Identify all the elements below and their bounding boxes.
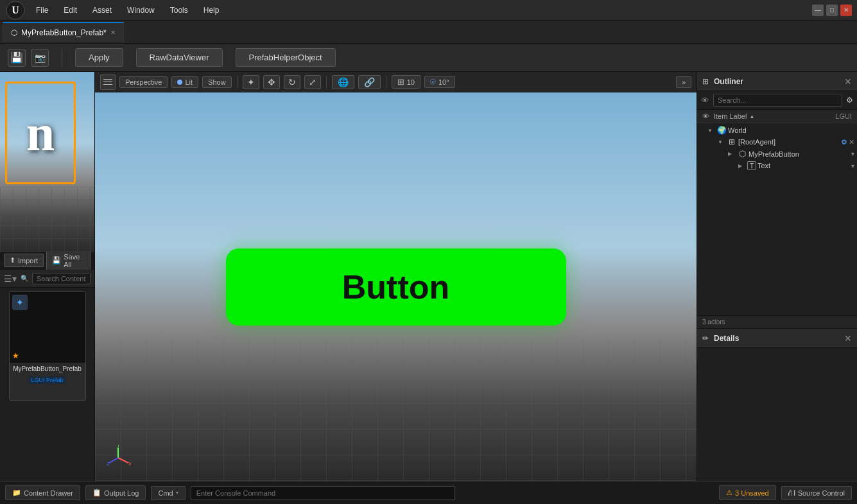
save-icon[interactable]: 💾 (8, 49, 26, 67)
outliner-eye-icon[interactable]: 👁 (701, 96, 709, 105)
viewport-menu-button[interactable] (100, 74, 116, 90)
eye-col-icon: 👁 (702, 112, 714, 120)
lit-button[interactable]: Lit (171, 76, 198, 88)
angle-icon: ⦾ (430, 78, 436, 86)
perspective-button[interactable]: Perspective (119, 76, 168, 88)
menu-window[interactable]: Window (121, 3, 161, 17)
menu-asset[interactable]: Asset (86, 3, 118, 17)
left-panel: n ⬆ Import 💾 Save All ☰▾ 🔍 (0, 72, 95, 481)
outliner-close-button[interactable]: ✕ (844, 76, 852, 87)
show-button[interactable]: Show (202, 76, 232, 88)
content-thumbnail: ✦ ★ Button (10, 292, 85, 363)
import-button[interactable]: ⬆ Import (4, 254, 44, 267)
svg-text:Y: Y (117, 445, 121, 448)
main-area: n ⬆ Import 💾 Save All ☰▾ 🔍 (0, 72, 857, 481)
world-arrow[interactable]: ▼ (707, 128, 715, 134)
rotate-tool[interactable]: ↻ (284, 75, 300, 89)
details-header: ✏ Details ✕ (697, 329, 857, 348)
toolbar-separator-1 (237, 76, 238, 89)
outliner-search-input[interactable] (713, 94, 842, 107)
output-log-button[interactable]: 📋 Output Log (85, 485, 146, 500)
unsaved-icon: ⚠ (726, 489, 732, 497)
hamburger-icon (103, 84, 112, 85)
menu-help[interactable]: Help (197, 3, 226, 17)
svg-text:U: U (12, 4, 19, 15)
expand-button[interactable]: » (676, 76, 691, 88)
scale-tool[interactable]: ⤢ (304, 75, 321, 89)
filter-icon[interactable]: ☰▾ (4, 274, 17, 284)
viewport-toolbar: Perspective Lit Show ✦ ✥ ↻ ⤢ 🌐 🔗 ⊞ 10 (95, 72, 697, 92)
tree-item-text[interactable]: ▶ T Text ▾ (697, 160, 857, 171)
content-drawer-label: Content Drawer (24, 489, 73, 497)
move-tool[interactable]: ✥ (263, 75, 280, 89)
lit-label: Lit (185, 78, 193, 86)
content-search-input[interactable] (32, 273, 91, 284)
svg-text:Z: Z (107, 461, 110, 467)
tab-close-icon[interactable]: ✕ (110, 29, 116, 36)
maximize-button[interactable]: □ (826, 4, 838, 16)
axis-widget: X Y Z (105, 445, 131, 471)
mini-viewport: n (0, 72, 94, 252)
rootagent-arrow[interactable]: ▼ (718, 139, 725, 145)
rootagent-actions: ⚙ (841, 138, 847, 146)
outliner-settings-icon[interactable]: ⚙ (846, 96, 853, 105)
rootagent-visibility: ✕ (849, 138, 854, 146)
thumb-star-icon: ★ (12, 351, 19, 360)
myprefabbutton-label: MyPrefabButton (749, 150, 850, 158)
floor-grid (0, 187, 94, 251)
text-arrow[interactable]: ▶ (738, 163, 746, 169)
floor-grid-main (95, 340, 697, 481)
menu-edit[interactable]: Edit (57, 3, 83, 17)
text-expand[interactable]: ▾ (851, 162, 854, 169)
world-coord-button[interactable]: 🌐 (332, 75, 354, 89)
details-content (697, 348, 857, 358)
cmd-label: Cmd (158, 489, 173, 497)
import-label: Import (18, 257, 38, 265)
svg-line-4 (109, 458, 118, 463)
content-browser-toolbar: ☰▾ 🔍 (0, 270, 94, 288)
world-icon: 🌍 (716, 126, 727, 135)
raw-data-viewer-button[interactable]: RawDataViewer (136, 48, 223, 67)
close-button[interactable]: ✕ (840, 4, 852, 16)
console-input[interactable] (191, 486, 456, 500)
svg-line-2 (118, 458, 128, 463)
tree-item-myprefabbutton[interactable]: ▶ ⬡ MyPrefabButton ▾ (697, 148, 857, 160)
unsaved-button[interactable]: ⚠ 3 Unsaved (719, 485, 776, 500)
prefab-helper-button[interactable]: PrefabHelperObject (236, 48, 336, 67)
myprefabbutton-arrow[interactable]: ▶ (728, 151, 736, 157)
sort-icon: ▲ (749, 114, 754, 119)
item-label-column[interactable]: Item Label ▲ (714, 112, 835, 120)
apply-button[interactable]: Apply (75, 48, 123, 67)
minimize-button[interactable]: — (812, 4, 824, 16)
menu-file[interactable]: File (30, 3, 55, 17)
viewport-canvas[interactable]: Button X Y Z (95, 92, 697, 481)
camera-icon[interactable]: 📷 (31, 49, 49, 67)
toolbar-separator-2 (326, 76, 327, 89)
svg-text:X: X (128, 461, 131, 467)
save-all-button[interactable]: 💾 Save All (46, 250, 91, 271)
outliner-column-header: 👁 Item Label ▲ LGUI (697, 110, 857, 123)
content-drawer-button[interactable]: 📁 Content Drawer (5, 485, 80, 500)
tree-item-rootagent[interactable]: ▼ ⊞ [RootAgent] ⚙ ✕ (697, 136, 857, 148)
select-tool[interactable]: ✦ (243, 75, 259, 89)
thumb-blueprint-icon: ✦ (12, 295, 28, 310)
angle-button[interactable]: ⦾ 10° (424, 76, 455, 88)
save-all-label: Save All (64, 253, 85, 268)
text-label: Text (757, 162, 850, 169)
tab-myprefabbutton[interactable]: ⬡ MyPrefabButton_Prefab* ✕ (3, 22, 124, 42)
menu-tools[interactable]: Tools (164, 3, 195, 17)
tree-item-world[interactable]: ▼ 🌍 World (697, 125, 857, 136)
myprefabbutton-expand[interactable]: ▾ (851, 150, 854, 157)
show-label: Show (208, 78, 226, 86)
world-label: World (728, 126, 854, 134)
content-item-myprefabbutton[interactable]: ✦ ★ Button MyPrefabButton_Prefab LGUI Pr… (9, 291, 86, 401)
search-icon: 🔍 (21, 275, 28, 282)
cmd-button[interactable]: Cmd ▾ (151, 486, 185, 500)
details-close-button[interactable]: ✕ (844, 333, 852, 343)
selection-box: n (5, 82, 76, 184)
grid-button[interactable]: ⊞ 10 (392, 75, 420, 89)
source-control-button[interactable]: ⛙ Source Control (781, 486, 852, 500)
snap-button[interactable]: 🔗 (358, 75, 381, 89)
outliner-footer: 3 actors (697, 315, 857, 328)
content-browser: ✦ ★ Button MyPrefabButton_Prefab LGUI Pr… (0, 288, 94, 481)
